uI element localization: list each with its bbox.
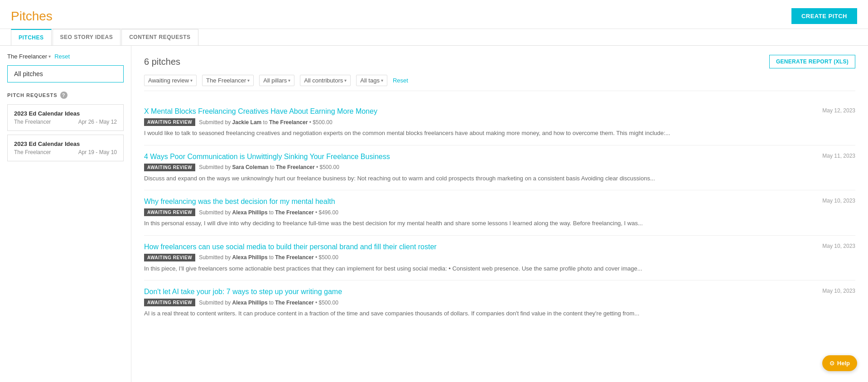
pitch-request-card[interactable]: 2023 Ed Calendar Ideas The Freelancer Ap… (7, 104, 124, 131)
chevron-down-icon: ▾ (247, 78, 250, 83)
pillars-filter[interactable]: All pillars ▾ (259, 75, 294, 86)
pitches-count: 6 pitches (144, 57, 180, 67)
pitch-submitted-info: Submitted by Jackie Lam to The Freelance… (199, 119, 332, 126)
pitch-author: Sara Coleman (232, 164, 269, 170)
help-circle-icon: ⊙ (829, 360, 834, 367)
awaiting-review-filter[interactable]: Awaiting review ▾ (144, 75, 197, 86)
main-layout: The Freelancer ▾ Reset All pitches PITCH… (0, 46, 868, 382)
content-header: 6 pitches GENERATE REPORT (XLS) (144, 55, 855, 68)
tabs-bar: PITCHES SEO STORY IDEAS CONTENT REQUESTS (0, 29, 868, 46)
pitch-publication: The Freelancer (275, 300, 313, 306)
pitch-item-header: Why freelancing was the best decision fo… (144, 198, 855, 206)
chevron-down-icon: ▾ (190, 78, 193, 83)
pitch-publication: The Freelancer (275, 209, 313, 216)
publication-filter-dropdown[interactable]: The Freelancer ▾ (7, 53, 51, 60)
pitch-date: May 12, 2023 (822, 107, 855, 114)
pitch-list: X Mental Blocks Freelancing Creatives Ha… (144, 100, 855, 325)
pitch-meta-row: AWAITING REVIEW Submitted by Sara Colema… (144, 164, 855, 171)
pitch-meta-row: AWAITING REVIEW Submitted by Alexa Phill… (144, 208, 855, 216)
pitch-submitted-info: Submitted by Alexa Phillips to The Freel… (199, 209, 338, 216)
awaiting-review-badge: AWAITING REVIEW (144, 254, 195, 261)
publication-filter[interactable]: The Freelancer ▾ (202, 75, 254, 86)
pitch-request-meta: The Freelancer Apr 19 - May 10 (14, 149, 117, 155)
pitch-meta-row: AWAITING REVIEW Submitted by Alexa Phill… (144, 254, 855, 261)
pitch-item: X Mental Blocks Freelancing Creatives Ha… (144, 100, 855, 145)
pitch-date: May 10, 2023 (822, 243, 855, 249)
pitch-publication: The Freelancer (276, 164, 314, 170)
contributors-filter[interactable]: All contributors ▾ (300, 75, 351, 86)
pitch-publication: The Freelancer (269, 119, 308, 126)
pitch-request-date-range: Apr 19 - May 10 (78, 149, 117, 155)
pitch-request-publication: The Freelancer (14, 119, 51, 125)
pitch-request-card[interactable]: 2023 Ed Calendar Ideas The Freelancer Ap… (7, 135, 124, 161)
tab-seo-story-ideas[interactable]: SEO STORY IDEAS (53, 29, 121, 45)
pitch-submitted-info: Submitted by Alexa Phillips to The Freel… (199, 254, 338, 261)
pitch-item: 4 Ways Poor Communication is Unwittingly… (144, 145, 855, 191)
filter-bar: Awaiting review ▾ The Freelancer ▾ All p… (144, 75, 855, 91)
pitch-description: I would like to talk to seasoned freelan… (144, 129, 855, 138)
help-button[interactable]: ⊙ Help (822, 355, 857, 371)
publication-filter-label: The Freelancer (7, 53, 47, 60)
content-area: 6 pitches GENERATE REPORT (XLS) Awaiting… (131, 46, 868, 382)
pitch-publication: The Freelancer (275, 254, 313, 261)
pitch-description: In this personal essay, I will dive into… (144, 219, 855, 228)
tags-filter[interactable]: All tags ▾ (356, 75, 387, 86)
tags-filter-label: All tags (360, 77, 380, 84)
pitch-title[interactable]: X Mental Blocks Freelancing Creatives Ha… (144, 107, 813, 116)
pitch-requests-list: 2023 Ed Calendar Ideas The Freelancer Ap… (7, 104, 124, 161)
sidebar: The Freelancer ▾ Reset All pitches PITCH… (0, 46, 131, 382)
pitch-author: Alexa Phillips (232, 209, 268, 216)
pitch-item: Don't let AI take your job: 7 ways to st… (144, 280, 855, 325)
pitch-item-header: X Mental Blocks Freelancing Creatives Ha… (144, 107, 855, 116)
pitch-item-header: 4 Ways Poor Communication is Unwittingly… (144, 153, 855, 161)
pillars-filter-label: All pillars (263, 77, 287, 84)
pitch-requests-section-header: PITCH REQUESTS ? (7, 92, 124, 99)
pitch-item-header: How freelancers can use social media to … (144, 243, 855, 251)
pitch-title[interactable]: Don't let AI take your job: 7 ways to st… (144, 288, 813, 296)
all-pitches-option[interactable]: All pitches (7, 65, 124, 82)
pitch-meta-row: AWAITING REVIEW Submitted by Alexa Phill… (144, 299, 855, 306)
chevron-down-icon: ▾ (381, 78, 383, 83)
pitch-date: May 11, 2023 (822, 153, 855, 159)
generate-report-button[interactable]: GENERATE REPORT (XLS) (769, 55, 855, 68)
awaiting-review-badge: AWAITING REVIEW (144, 118, 195, 126)
contributors-filter-label: All contributors (304, 77, 343, 84)
sidebar-reset-link[interactable]: Reset (54, 53, 70, 60)
awaiting-review-label: Awaiting review (148, 77, 189, 84)
pitch-request-meta: The Freelancer Apr 26 - May 12 (14, 119, 117, 125)
pitch-date: May 10, 2023 (822, 288, 855, 294)
awaiting-review-badge: AWAITING REVIEW (144, 299, 195, 306)
pitch-description: In this piece, I'll give freelancers som… (144, 264, 855, 273)
pitch-author: Jackie Lam (232, 119, 262, 126)
pitch-item: Why freelancing was the best decision fo… (144, 190, 855, 236)
pitch-title[interactable]: Why freelancing was the best decision fo… (144, 198, 813, 206)
awaiting-review-badge: AWAITING REVIEW (144, 208, 195, 216)
tab-content-requests[interactable]: CONTENT REQUESTS (121, 29, 198, 45)
pitch-description: Discuss and expand on the ways we unknow… (144, 174, 855, 183)
pitch-request-title: 2023 Ed Calendar Ideas (14, 140, 117, 147)
pitch-author: Alexa Phillips (232, 300, 268, 306)
pitch-title[interactable]: 4 Ways Poor Communication is Unwittingly… (144, 153, 813, 161)
pitch-date: May 10, 2023 (822, 198, 855, 204)
create-pitch-button[interactable]: CREATE PITCH (791, 8, 857, 24)
help-button-label: Help (837, 360, 850, 367)
pitch-description: AI is a real threat to content writers. … (144, 309, 855, 318)
pitch-item-header: Don't let AI take your job: 7 ways to st… (144, 288, 855, 296)
page-title: Pitches (11, 9, 53, 24)
chevron-down-icon: ▾ (288, 78, 290, 83)
pitch-meta-row: AWAITING REVIEW Submitted by Jackie Lam … (144, 118, 855, 126)
tab-pitches[interactable]: PITCHES (11, 29, 52, 45)
filter-reset-link[interactable]: Reset (393, 77, 408, 84)
publication-filter-label: The Freelancer (206, 77, 246, 84)
pitch-title[interactable]: How freelancers can use social media to … (144, 243, 813, 251)
chevron-down-icon: ▾ (344, 78, 347, 83)
page-header: Pitches CREATE PITCH (0, 0, 868, 29)
pitch-request-date-range: Apr 26 - May 12 (78, 119, 117, 125)
pitch-submitted-info: Submitted by Sara Coleman to The Freelan… (199, 164, 339, 170)
pitch-request-publication: The Freelancer (14, 149, 51, 155)
chevron-down-icon: ▾ (48, 54, 51, 59)
pitch-request-title: 2023 Ed Calendar Ideas (14, 110, 117, 117)
pitch-requests-label: PITCH REQUESTS (7, 92, 58, 98)
pitch-requests-help-icon[interactable]: ? (60, 92, 68, 99)
sidebar-filter-row: The Freelancer ▾ Reset (7, 53, 124, 60)
